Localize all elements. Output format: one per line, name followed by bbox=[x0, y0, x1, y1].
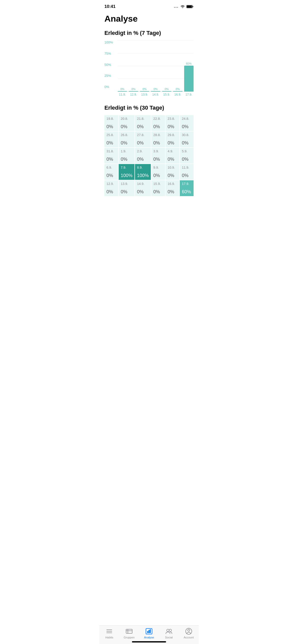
grid-cell-16: 4.9.0% bbox=[166, 148, 179, 164]
cell-value-2: 0% bbox=[137, 124, 149, 129]
bar-6 bbox=[184, 66, 194, 92]
grid-cell-24: 12.9.0% bbox=[104, 180, 118, 196]
cell-date-17: 5.9. bbox=[182, 149, 192, 153]
bar-value-label-6: 60% bbox=[186, 62, 192, 65]
grid-cell-15: 3.9.0% bbox=[151, 148, 165, 164]
cell-value-11: 0% bbox=[182, 140, 192, 146]
grid-cell-13: 1.9.0% bbox=[119, 148, 134, 164]
x-label-4: 15.9. bbox=[162, 93, 171, 96]
grid-cell-22: 10.9.0% bbox=[166, 164, 179, 180]
bar-column-6: 60% bbox=[184, 48, 194, 92]
grid-cell-4: 23.8.0% bbox=[166, 115, 179, 131]
bar-1 bbox=[129, 91, 138, 92]
status-time: 10:41 bbox=[104, 4, 115, 9]
grid-cell-2: 21.8.0% bbox=[135, 115, 151, 131]
bar-column-4: 0% bbox=[162, 48, 171, 92]
cell-date-27: 15.9. bbox=[153, 182, 163, 186]
cell-date-13: 1.9. bbox=[121, 149, 132, 153]
cell-value-1: 0% bbox=[121, 124, 132, 129]
cell-date-11: 30.8. bbox=[182, 133, 192, 137]
bars-area: 0%0%0%0%0%0%60% bbox=[118, 40, 194, 92]
cell-date-25: 13.9. bbox=[121, 182, 132, 186]
x-label-2: 13.9. bbox=[140, 93, 149, 96]
cell-value-19: 100% bbox=[121, 173, 132, 178]
grid-cell-1: 20.8.0% bbox=[119, 115, 134, 131]
x-label-1: 12.9. bbox=[129, 93, 138, 96]
cell-date-15: 3.9. bbox=[153, 149, 163, 153]
section-title-30: Erledigt in % (30 Tage) bbox=[104, 105, 194, 111]
bar-4 bbox=[162, 91, 171, 92]
grid-cell-10: 29.8.0% bbox=[166, 131, 179, 147]
cell-value-17: 0% bbox=[182, 157, 192, 162]
cell-value-9: 0% bbox=[153, 140, 163, 146]
cell-date-4: 23.8. bbox=[168, 117, 177, 121]
svg-rect-5 bbox=[193, 6, 193, 7]
cell-value-4: 0% bbox=[168, 124, 177, 129]
cell-date-19: 7.9. bbox=[121, 166, 132, 169]
grid-cell-29: 17.9.60% bbox=[180, 180, 194, 196]
bars-area-wrapper: 0%0%0%0%0%0%60% 11.9.12.9.13.9.14.9.15.9… bbox=[118, 40, 194, 96]
cell-date-28: 16.9. bbox=[168, 182, 177, 186]
y-label-75: 75% bbox=[104, 52, 113, 55]
bar-value-label-2: 0% bbox=[143, 87, 147, 91]
cell-value-10: 0% bbox=[168, 140, 177, 146]
cell-value-14: 0% bbox=[137, 157, 149, 162]
bar-chart-inner: 100% 75% 50% 25% 0% bbox=[104, 40, 194, 96]
cell-date-21: 9.9. bbox=[153, 166, 163, 169]
cell-date-23: 11.9. bbox=[182, 166, 192, 169]
y-label-100: 100% bbox=[104, 40, 113, 44]
cell-date-22: 10.9. bbox=[168, 166, 177, 169]
main-content: Analyse Erledigt in % (7 Tage) 100% 75% … bbox=[99, 14, 199, 227]
grid-line-100 bbox=[118, 40, 194, 41]
cell-date-24: 12.9. bbox=[106, 182, 116, 186]
bar-0 bbox=[118, 91, 127, 92]
cell-value-8: 0% bbox=[137, 140, 149, 146]
x-axis-labels: 11.9.12.9.13.9.14.9.15.9.16.9.17.9. bbox=[118, 93, 194, 96]
grid-cell-9: 28.8.0% bbox=[151, 131, 165, 147]
grid-cell-28: 16.9.0% bbox=[166, 180, 179, 196]
grid-cell-21: 9.9.0% bbox=[151, 164, 165, 180]
cell-value-18: 0% bbox=[106, 173, 116, 178]
cell-value-6: 0% bbox=[106, 140, 116, 146]
cell-value-12: 0% bbox=[106, 157, 116, 162]
cell-value-23: 0% bbox=[182, 173, 192, 178]
cell-date-29: 17.9. bbox=[182, 182, 192, 186]
svg-point-2 bbox=[177, 7, 178, 8]
cell-value-21: 0% bbox=[153, 173, 163, 178]
x-label-6: 17.9. bbox=[184, 93, 194, 96]
grid-cell-8: 27.8.0% bbox=[135, 131, 151, 147]
cell-value-28: 0% bbox=[168, 189, 177, 195]
cell-date-10: 29.8. bbox=[168, 133, 177, 137]
grid-cell-5: 24.8.0% bbox=[180, 115, 194, 131]
bar-column-1: 0% bbox=[129, 48, 138, 92]
wifi-icon bbox=[180, 5, 185, 8]
cell-value-7: 0% bbox=[121, 140, 132, 146]
grid-cell-0: 19.8.0% bbox=[104, 115, 118, 131]
cell-date-14: 2.9. bbox=[137, 149, 149, 153]
cell-value-20: 100% bbox=[137, 173, 149, 178]
bar-column-3: 0% bbox=[151, 48, 160, 92]
cell-date-2: 21.8. bbox=[137, 117, 149, 121]
y-axis-labels: 100% 75% 50% 25% 0% bbox=[104, 40, 113, 96]
y-label-50: 50% bbox=[104, 63, 113, 67]
cell-date-12: 31.8. bbox=[106, 149, 116, 153]
grid-cell-6: 25.8.0% bbox=[104, 131, 118, 147]
grid-cell-20: 8.9.100% bbox=[135, 164, 151, 180]
cell-date-1: 20.8. bbox=[121, 117, 132, 121]
cell-date-3: 22.8. bbox=[153, 117, 163, 121]
svg-point-0 bbox=[174, 7, 175, 8]
cell-date-7: 26.8. bbox=[121, 133, 132, 137]
bar-value-label-4: 0% bbox=[165, 87, 169, 91]
bar-column-5: 0% bbox=[173, 48, 182, 92]
cell-value-25: 0% bbox=[121, 189, 132, 195]
cell-date-26: 14.9. bbox=[137, 182, 149, 186]
y-label-25: 25% bbox=[104, 74, 113, 78]
y-label-0: 0% bbox=[104, 85, 113, 89]
status-icons bbox=[174, 5, 194, 8]
cell-value-3: 0% bbox=[153, 124, 163, 129]
x-label-3: 14.9. bbox=[151, 93, 160, 96]
cell-value-29: 60% bbox=[182, 189, 192, 195]
page-title: Analyse bbox=[104, 14, 194, 24]
grid-30-day: 19.8.0%20.8.0%21.8.0%22.8.0%23.8.0%24.8.… bbox=[104, 115, 194, 196]
cell-date-6: 25.8. bbox=[106, 133, 116, 137]
